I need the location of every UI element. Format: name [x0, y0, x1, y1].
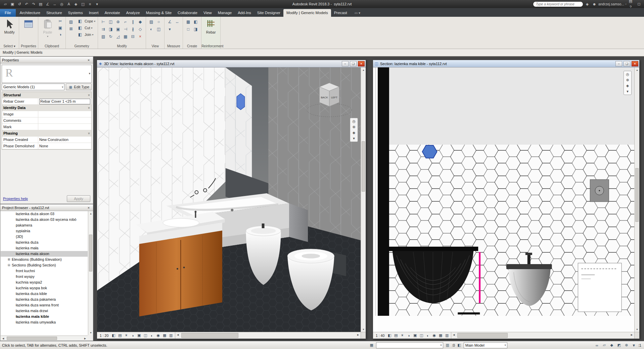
design-options-icon[interactable]: ◧ — [456, 343, 462, 348]
property-group-identity-data[interactable]: Identity Data« — [2, 105, 91, 111]
reveal-hidden-icon[interactable]: ◉ — [431, 333, 437, 338]
text-icon[interactable]: A — [65, 1, 72, 7]
browser-item[interactable]: łazienka mala drzwi — [1, 308, 88, 314]
demolish-icon[interactable]: ⊟ — [129, 33, 136, 40]
minimize-button[interactable]: – — [342, 61, 349, 66]
temporary-view-properties-icon[interactable]: ▦ — [162, 333, 168, 338]
thin-lines-icon[interactable]: ≡ — [87, 1, 93, 7]
copy-icon[interactable]: ▣ — [114, 26, 122, 32]
tab-structure[interactable]: Structure — [43, 9, 65, 17]
browser-item[interactable]: łazienka duza pakamera — [1, 297, 88, 302]
worksharing-display-icon[interactable]: ▥ — [168, 333, 174, 338]
tab-view[interactable]: View — [200, 9, 215, 17]
tab-add-ins[interactable]: Add-Ins — [235, 9, 254, 17]
restore-button[interactable]: ❏ — [624, 61, 630, 66]
trim-corner-icon[interactable]: ⌐ — [122, 18, 129, 25]
filter-icon[interactable]: ▼ — [631, 343, 637, 348]
rotate-icon[interactable]: ↻ — [107, 33, 114, 40]
property-value[interactable]: Rebar Cover 1 <25 m — [38, 98, 91, 104]
temporary-isolate-icon[interactable]: ◐ — [148, 26, 155, 32]
scroll-up-icon[interactable]: ▲ — [88, 211, 93, 216]
tab-analyze[interactable]: Analyze — [123, 9, 143, 17]
measure-flyout-caret[interactable]: ▾ — [166, 26, 173, 32]
mirror-pick-axis-icon[interactable]: ◫ — [107, 18, 114, 25]
sun-path-icon[interactable]: ☀ — [123, 333, 129, 338]
type-selector[interactable]: R ▾ — [2, 65, 92, 83]
view-scale[interactable]: 1 : 20 — [98, 334, 110, 338]
panel-label-reinforcement[interactable]: Reinforcement — [201, 44, 220, 49]
search-input[interactable] — [533, 1, 583, 7]
communication-center-icon[interactable]: ◈ — [584, 1, 590, 7]
close-button[interactable]: × — [358, 61, 365, 66]
resize-grip[interactable] — [361, 332, 366, 339]
scrollbar-thumb[interactable] — [635, 168, 639, 222]
panel-label-geometry[interactable]: Geometry — [66, 44, 98, 49]
browser-item[interactable]: front wyspy — [1, 274, 88, 280]
tab-manage[interactable]: Manage — [215, 9, 235, 17]
navbar-more-icon[interactable]: ▾ — [627, 89, 629, 94]
maximize-button[interactable]: □ — [635, 1, 643, 7]
temporary-hide-isolate-icon[interactable]: ◐ — [425, 333, 431, 338]
minimize-button[interactable]: – — [615, 61, 622, 66]
browser-item[interactable]: pakamera — [1, 222, 88, 228]
property-group-structural[interactable]: Structural« — [2, 92, 91, 98]
paint-icon[interactable]: ▧ — [100, 33, 107, 40]
category-filter-combo[interactable]: Generic Models (1) ▾ — [2, 84, 64, 90]
temporary-hide-isolate-icon[interactable]: ◐ — [149, 333, 155, 338]
active-workset-combo[interactable]: ▾ — [376, 342, 443, 348]
select-underlay-icon[interactable]: ▱ — [601, 343, 607, 348]
paint-icon[interactable]: ▨ — [67, 18, 75, 25]
crop-view-icon[interactable]: ▣ — [136, 333, 142, 338]
design-options-combo[interactable]: Main Model▾ — [464, 342, 507, 348]
user-menu[interactable]: ☻ andrzej.samso... ▾ — [591, 1, 627, 7]
open-icon[interactable]: ▱ — [2, 1, 9, 7]
tab-architecture[interactable]: Architecture — [17, 9, 43, 17]
tab-massing-site[interactable]: Massing & Site — [143, 9, 175, 17]
zoom-icon[interactable]: ◈ — [353, 131, 355, 135]
cut-geometry-button[interactable]: ◧Cut▾ — [76, 24, 96, 31]
create-parts-icon[interactable]: ▩ — [185, 18, 192, 25]
browser-item[interactable]: front kuchni — [1, 268, 88, 274]
match-type-properties-icon[interactable]: ◑ — [57, 31, 64, 38]
restore-button[interactable]: ❏ — [350, 61, 357, 66]
scroll-up-icon[interactable]: ▲ — [361, 67, 366, 72]
vanity-cabinet[interactable] — [136, 211, 225, 316]
browser-item[interactable]: łazienka duza wanna front — [1, 302, 88, 308]
browser-item[interactable]: łazienka mała akson — [1, 251, 88, 257]
scroll-left-icon[interactable]: ◀ — [175, 332, 180, 337]
split-with-gap-icon[interactable]: ∦ — [129, 26, 136, 32]
browser-item[interactable]: ⊞Elevations (Building Elevation) — [1, 257, 88, 262]
worksharing-display-icon[interactable]: ▥ — [444, 333, 450, 338]
panel-label-modify[interactable]: Modify — [98, 44, 146, 49]
edit-type-button[interactable]: ▦ Edit Type — [66, 84, 92, 90]
browser-item[interactable]: {3D} — [1, 234, 88, 240]
browser-vertical-scrollbar[interactable]: ▲ ▼ — [88, 211, 93, 335]
scrollbar-thumb[interactable] — [362, 141, 365, 192]
show-crop-icon[interactable]: ◫ — [418, 333, 424, 338]
tab-annotate[interactable]: Annotate — [101, 9, 123, 17]
expand-icon[interactable]: ⊞ — [7, 258, 11, 261]
delete-icon[interactable]: × — [137, 33, 144, 40]
scroll-left-icon[interactable]: ◀ — [451, 332, 456, 337]
scrollbar-thumb[interactable] — [7, 337, 57, 340]
scroll-down-icon[interactable]: ▼ — [635, 327, 640, 332]
panel-label-select[interactable]: Select ▾ — [0, 44, 19, 49]
tab-systems[interactable]: Systems — [65, 9, 86, 17]
view-scale[interactable]: 1 : 40 — [374, 334, 386, 338]
tag-icon[interactable]: ◎ — [58, 1, 65, 7]
browser-item[interactable]: sypialnia — [1, 228, 88, 234]
scrollbar-thumb[interactable] — [89, 235, 92, 271]
editable-only-icon[interactable]: ▥ — [445, 343, 451, 348]
displace-elements-icon[interactable]: ◫ — [155, 26, 162, 32]
highlighted-edge[interactable] — [479, 252, 480, 303]
properties-button[interactable] — [21, 18, 36, 30]
view-window-title-bar[interactable]: ◈ 3D View: łazienka mała akson - syta112… — [97, 60, 366, 67]
pin-icon[interactable]: ◆ — [137, 18, 144, 25]
cut-wall[interactable] — [378, 67, 389, 316]
ribbon-state-toggle[interactable]: ▭ ▾ — [352, 9, 363, 17]
aligned-dimension-icon[interactable]: ↔ — [51, 1, 58, 7]
detail-level-icon[interactable]: ▤ — [117, 333, 123, 338]
scale-icon[interactable]: ◿ — [114, 33, 122, 40]
aligned-dimension-icon[interactable]: ↔ — [174, 18, 181, 25]
close-icon[interactable]: × — [86, 205, 91, 210]
